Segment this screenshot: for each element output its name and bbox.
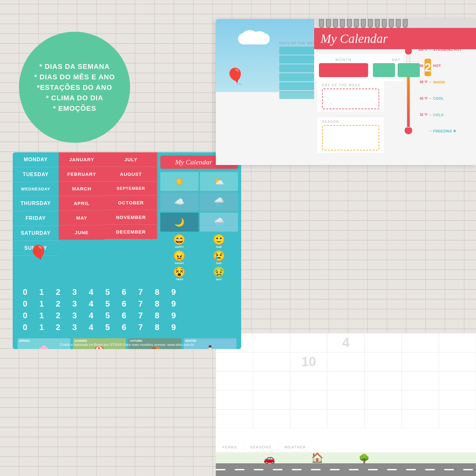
sick-label: SICK — [216, 278, 222, 281]
my-calendar-mini: My Calendar 🎈 ☀️ ⛅ ☁️ 🌧️ 🌙 🌨️ 😄 HAPPY 🙂 — [157, 152, 241, 284]
day-label: DAY — [373, 58, 420, 62]
day-box-1 — [373, 63, 395, 77]
day-of-week-dashed — [322, 89, 379, 109]
cal-cell-28 — [439, 390, 476, 409]
day-of-week-label: DAY OF THE WEEK — [322, 83, 379, 87]
day-friday: FRIDAY — [13, 211, 59, 226]
day-wednesday: WEDNESDAY — [13, 182, 59, 196]
num-7-2: 7 — [133, 299, 148, 309]
label-freeze: FREEZING ❄ — [433, 129, 456, 133]
spiral-10 — [382, 19, 387, 28]
dash-steam — [429, 49, 432, 50]
label-warm: WARM — [433, 80, 445, 84]
days-of-week-label: DAYS OF THE WEEK — [279, 41, 319, 45]
month-box — [319, 63, 368, 77]
num-6-2: 6 — [116, 299, 132, 309]
day-slots — [279, 47, 319, 99]
spiral-6 — [354, 19, 359, 28]
label-weather: WEATHER — [278, 444, 312, 451]
num-2-2: 2 — [50, 299, 66, 309]
cal-cell-19 — [365, 371, 402, 390]
bullet-4: * Clima do Dia — [34, 93, 115, 103]
num-4-4: 4 — [83, 322, 99, 332]
num-3-3: 3 — [67, 311, 82, 321]
day-slot-3 — [279, 64, 314, 72]
month-may: MAY — [59, 211, 105, 225]
num-6-1: 6 — [116, 287, 132, 297]
angry-label: ANGRY — [175, 262, 184, 265]
happy-label: HAPPY — [175, 246, 184, 248]
num-1-3: 1 — [34, 311, 49, 321]
dash-warm — [429, 82, 432, 83]
dash-cold — [429, 115, 432, 115]
month-label: MONTH — [319, 58, 368, 62]
cal-cell-4: 4 — [327, 333, 364, 352]
num-5-2: 5 — [100, 299, 115, 309]
num-5-4: 5 — [100, 322, 115, 332]
temp-68: 68 °F — [415, 80, 427, 84]
weather-sunny: ☀️ — [160, 172, 199, 191]
cal-cell-30 — [253, 409, 290, 428]
month-february: FEBRUARY — [59, 167, 105, 182]
spiral-5 — [347, 19, 352, 28]
cal-cell-12 — [365, 352, 402, 371]
days-of-week-section: DAYS OF THE WEEK — [279, 41, 319, 99]
emotions-grid: 😄 HAPPY 🙂 FINE 😠 ANGRY 😢 SAD 😵 TI — [160, 234, 238, 281]
day-boxes — [373, 63, 420, 77]
cal-cell-9 — [253, 352, 290, 371]
weather-cloudy: ⛅ — [200, 172, 238, 191]
spiral-11 — [389, 19, 394, 28]
num-7-3: 7 — [133, 311, 148, 321]
cal-cell-10: 10 — [290, 352, 327, 371]
month-october: OCTOBER — [105, 195, 157, 210]
green-circle-text: * Dias da Semana * Dias do Mês e Ano *Es… — [34, 61, 115, 114]
cal-cell-29 — [216, 409, 253, 428]
cal-cell-7 — [439, 333, 476, 352]
spiral-4 — [340, 19, 345, 28]
board-footer: Criado e fabricado no Brasil por STIXX® … — [13, 343, 241, 347]
month-day-row: MONTH DAY 2 — [314, 54, 403, 81]
fine-icon: 🙂 — [213, 234, 225, 246]
num-0-2: 0 — [17, 299, 33, 309]
tired-icon: 😵 — [173, 266, 186, 278]
num-5-1: 5 — [100, 287, 115, 297]
top-right-calendar-card: 🎈 DAYS OF THE WEEK My Calendar — [216, 19, 476, 165]
winter-label: WINTER — [185, 339, 197, 342]
label-years: YEARS — [216, 444, 244, 451]
angry-icon: 😠 — [173, 250, 186, 262]
label-seasons: SEASONS — [244, 444, 278, 451]
season-dashed — [322, 125, 379, 150]
road — [216, 463, 476, 476]
cal-cell-35 — [439, 409, 476, 428]
bullet-1: * Dias da Semana — [34, 61, 115, 72]
cal-cell-5 — [365, 333, 402, 352]
num-1-4: 1 — [34, 322, 49, 332]
day-number-box: 2 — [425, 59, 431, 76]
sad-icon: 😢 — [213, 250, 225, 262]
bullet-5: * Emoções — [34, 103, 115, 114]
cal-cell-2 — [253, 333, 290, 352]
day-tuesday: TUESDAY — [13, 167, 59, 182]
emotion-tired: 😵 TIRED — [160, 266, 199, 281]
cal-cell-25 — [327, 390, 364, 409]
cal-cell-23 — [253, 390, 290, 409]
cal-cell-13 — [402, 352, 439, 371]
cal-cell-22 — [216, 390, 253, 409]
emotion-sad: 😢 SAD — [200, 250, 238, 265]
day-slot-2 — [279, 56, 314, 63]
num-9-1: 9 — [166, 287, 181, 297]
spiral-2 — [326, 19, 331, 28]
numbers-section: 0 1 2 3 4 5 6 7 8 9 0 1 2 3 4 5 6 7 8 9 … — [13, 284, 241, 336]
season-section-top: SEASON — [317, 117, 384, 153]
numbers-row-4: 0 1 2 3 4 5 6 7 8 9 — [17, 322, 236, 332]
cal-cell-34 — [402, 409, 439, 428]
thermo-row-hot: 86 °F HOT — [415, 64, 462, 68]
cal-cell-11 — [327, 352, 364, 371]
num-9-3: 9 — [166, 311, 181, 321]
tired-label: TIRED — [175, 278, 183, 281]
num-2-3: 2 — [50, 311, 66, 321]
num-2-1: 2 — [50, 287, 66, 297]
weather-snow: 🌨️ — [200, 213, 238, 232]
sick-icon: 🤢 — [213, 266, 225, 278]
cal-cell-33 — [365, 409, 402, 428]
